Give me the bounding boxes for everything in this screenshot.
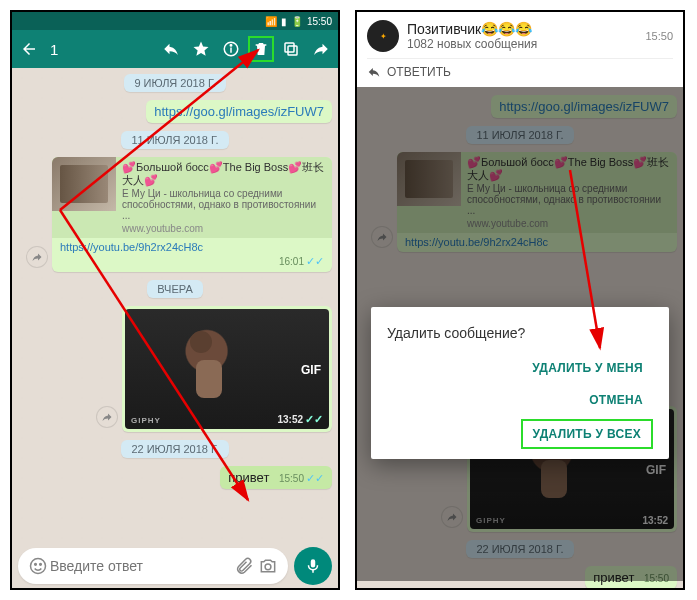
message-text: привет bbox=[228, 470, 269, 485]
svg-point-7 bbox=[40, 564, 42, 566]
message-link[interactable]: https://goo.gl/images/izFUW7 bbox=[154, 104, 324, 119]
reply-icon[interactable] bbox=[158, 36, 184, 62]
message-input[interactable] bbox=[50, 558, 232, 574]
star-icon[interactable] bbox=[188, 36, 214, 62]
date-pill: 9 ИЮЛЯ 2018 Г. bbox=[124, 74, 225, 92]
svg-rect-4 bbox=[285, 43, 294, 52]
date-pill: ВЧЕРА bbox=[147, 280, 202, 298]
notification-reply-button[interactable]: ОТВЕТИТЬ bbox=[367, 58, 673, 79]
svg-point-6 bbox=[35, 564, 37, 566]
selection-count: 1 bbox=[50, 41, 58, 58]
dialog-title: Удалить сообщение? bbox=[387, 325, 653, 341]
status-bar: 📶 ▮ 🔋 15:50 bbox=[12, 12, 338, 30]
info-icon[interactable] bbox=[218, 36, 244, 62]
gif-message[interactable]: GIF GIPHY 13:52✓✓ bbox=[122, 306, 332, 432]
notification-avatar: ✦ bbox=[367, 20, 399, 52]
gif-badge: GIF bbox=[301, 363, 321, 377]
youtube-preview-card[interactable]: 💕Большой босс💕The Big Boss💕班长大人💕 Е Му Ци… bbox=[52, 157, 332, 272]
giphy-brand: GIPHY bbox=[131, 416, 161, 425]
svg-rect-3 bbox=[288, 46, 297, 55]
youtube-domain: www.youtube.com bbox=[122, 223, 326, 234]
forward-bubble-icon[interactable] bbox=[26, 246, 48, 268]
svg-point-2 bbox=[230, 45, 232, 47]
signal-icon: ▮ bbox=[281, 16, 287, 27]
notification-card[interactable]: ✦ Позитивчик😂😂😂 1082 новых сообщения 15:… bbox=[357, 12, 683, 87]
gif-image: GIF GIPHY 13:52✓✓ bbox=[125, 309, 329, 429]
message-input-box[interactable] bbox=[18, 548, 288, 584]
phone-screenshot-left: 📶 ▮ 🔋 15:50 1 9 ИЮЛЯ 2018 Г. https://goo… bbox=[10, 10, 340, 590]
delete-icon[interactable] bbox=[248, 36, 274, 62]
input-bar bbox=[12, 544, 338, 588]
notification-time: 15:50 bbox=[645, 30, 673, 42]
cancel-button[interactable]: ОТМЕНА bbox=[579, 387, 653, 413]
date-pill: 22 ИЮЛЯ 2018 Г. bbox=[121, 440, 228, 458]
youtube-description: Е Му Ци - школьница со средними способно… bbox=[122, 188, 326, 221]
mic-button[interactable] bbox=[294, 547, 332, 585]
wifi-icon: 📶 bbox=[265, 16, 277, 27]
clock: 15:50 bbox=[307, 16, 332, 27]
chat-area-dimmed: https://goo.gl/images/izFUW7 11 ИЮЛЯ 201… bbox=[357, 87, 683, 581]
message-bubble-selected[interactable]: привет 15:50✓✓ bbox=[220, 466, 332, 489]
forward-icon[interactable] bbox=[308, 36, 334, 62]
emoji-icon[interactable] bbox=[26, 554, 50, 578]
youtube-link[interactable]: https://youtu.be/9h2rx24cH8c bbox=[60, 241, 203, 253]
svg-point-8 bbox=[265, 564, 271, 570]
battery-icon: 🔋 bbox=[291, 16, 303, 27]
delete-for-everyone-button[interactable]: УДАЛИТЬ У ВСЕХ bbox=[521, 419, 653, 449]
youtube-thumbnail bbox=[52, 157, 116, 211]
phone-screenshot-right: ✦ Позитивчик😂😂😂 1082 новых сообщения 15:… bbox=[355, 10, 685, 590]
notification-subtitle: 1082 новых сообщения bbox=[407, 37, 537, 51]
attach-icon[interactable] bbox=[232, 554, 256, 578]
copy-icon[interactable] bbox=[278, 36, 304, 62]
youtube-title: 💕Большой босс💕The Big Boss💕班长大人💕 bbox=[122, 161, 326, 187]
delete-for-me-button[interactable]: УДАЛИТЬ У МЕНЯ bbox=[522, 355, 653, 381]
forward-bubble-icon[interactable] bbox=[96, 406, 118, 428]
chat-area[interactable]: 9 ИЮЛЯ 2018 Г. https://goo.gl/images/izF… bbox=[12, 68, 338, 546]
back-icon[interactable] bbox=[16, 36, 42, 62]
message-bubble[interactable]: https://goo.gl/images/izFUW7 bbox=[146, 100, 332, 123]
svg-point-5 bbox=[31, 559, 46, 574]
camera-icon[interactable] bbox=[256, 554, 280, 578]
delete-dialog: Удалить сообщение? УДАЛИТЬ У МЕНЯ ОТМЕНА… bbox=[371, 307, 669, 459]
selection-action-bar: 1 bbox=[12, 30, 338, 68]
date-pill: 11 ИЮЛЯ 2018 Г. bbox=[121, 131, 228, 149]
notification-title: Позитивчик😂😂😂 bbox=[407, 21, 537, 37]
